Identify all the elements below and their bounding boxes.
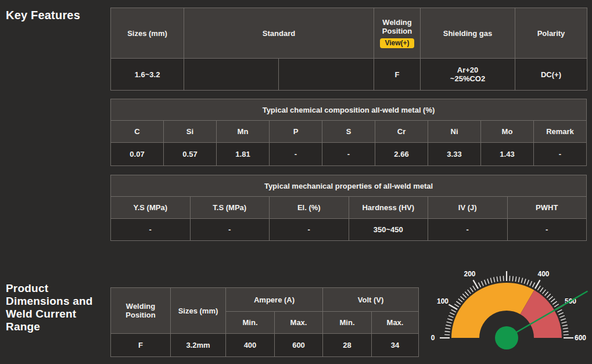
table-header-row: Y.S (MPa) T.S (MPa) El. (%) Hardness (HV… xyxy=(111,197,587,219)
gauge-tick-label: 600 xyxy=(575,334,586,342)
cell-ts: - xyxy=(190,219,270,241)
cell-ni: 3.33 xyxy=(428,143,481,166)
gauge-minor-tick xyxy=(552,301,557,304)
gauge-tick-label: 100 xyxy=(437,297,449,305)
cell-el: - xyxy=(270,219,349,241)
view-button[interactable]: View(+) xyxy=(380,38,414,48)
col-header-welding-position: Welding Position View(+) xyxy=(374,8,421,59)
col-header-polarity: Polarity xyxy=(515,8,587,59)
mechanical-properties-table: Typical mechanical properties of all-wel… xyxy=(110,175,587,241)
gauge-minor-tick xyxy=(524,279,526,284)
gauge-minor-tick xyxy=(521,278,522,283)
col-header-cr: Cr xyxy=(375,121,428,143)
gauge-minor-tick xyxy=(458,299,462,302)
cell-volt-min: 28 xyxy=(323,334,372,357)
gauge-minor-tick xyxy=(563,328,568,329)
gauge-minor-tick xyxy=(446,325,451,326)
col-header-si: Si xyxy=(164,121,217,143)
col-header-shielding-gas: Shielding gas xyxy=(421,8,515,59)
gauge-minor-tick xyxy=(527,280,529,284)
col-header-volt: Volt (V) xyxy=(323,288,419,312)
col-header-volt-max: Max. xyxy=(372,312,419,334)
cell-cr: 2.66 xyxy=(375,143,428,166)
col-header-iv: IV (J) xyxy=(428,197,508,219)
col-header-hardness: Hardness (HV) xyxy=(349,197,428,219)
gauge-minor-tick xyxy=(447,322,452,323)
col-header-ampere-max: Max. xyxy=(275,312,323,334)
welding-position-label: Welding Position xyxy=(376,18,418,35)
gauge-tick-label: 200 xyxy=(464,270,475,278)
cell-mn: 1.81 xyxy=(217,143,270,166)
gauge-minor-tick xyxy=(485,280,486,284)
cell-iv: - xyxy=(428,219,508,241)
gauge-minor-tick xyxy=(456,301,460,304)
gauge-minor-tick xyxy=(545,291,548,295)
cell-shielding-gas: Ar+20 ~25%CO2 xyxy=(421,59,515,91)
gauge-minor-tick xyxy=(512,276,513,282)
gauge-tick-label: 0 xyxy=(431,334,435,342)
gauge-minor-tick xyxy=(551,299,555,302)
gauge-minor-tick xyxy=(562,322,567,323)
cell-standard-2 xyxy=(279,59,374,91)
gauge-minor-tick xyxy=(537,286,540,290)
gauge-minor-tick xyxy=(481,281,483,286)
col-header-remark: Remark xyxy=(534,121,587,143)
gauge-minor-tick xyxy=(450,312,454,315)
cell-c: 0.07 xyxy=(111,143,164,166)
col-header-el: El. (%) xyxy=(270,197,349,219)
ampere-gauge-svg: 0100200400500600 xyxy=(423,254,592,364)
section-title-key-features: Key Features xyxy=(6,9,80,22)
gauge-minor-tick xyxy=(449,316,453,318)
cell-pwht: - xyxy=(507,219,587,241)
gauge-minor-tick xyxy=(540,287,543,291)
gauge-tick-label: 400 xyxy=(537,270,549,278)
gauge-minor-tick xyxy=(454,304,459,307)
gauge-minor-tick xyxy=(487,279,489,284)
gauge-minor-tick xyxy=(530,281,532,286)
gauge-minor-tick xyxy=(549,296,553,300)
gauge-minor-tick xyxy=(515,276,516,282)
col-header-ampere-min: Min. xyxy=(226,312,275,334)
gauge-minor-tick xyxy=(500,276,501,282)
gauge-minor-tick xyxy=(473,286,476,290)
table-row: - - - 350~450 - - xyxy=(111,219,587,241)
weld-current-range-table: Welding Position Sizes (mm) Ampere (A) V… xyxy=(110,287,419,357)
section-title-product-dimensions: Product Dimensions and Weld Current Rang… xyxy=(6,282,99,333)
gauge-minor-tick xyxy=(543,290,546,294)
col-header-ys: Y.S (MPa) xyxy=(111,197,191,219)
cell-sizes: 3.2mm xyxy=(171,334,226,357)
col-header-welding-position: Welding Position xyxy=(111,288,171,334)
cell-ampere-min: 400 xyxy=(226,334,275,357)
gauge-minor-tick xyxy=(554,304,559,307)
col-header-mo: Mo xyxy=(481,121,534,143)
cell-si: 0.57 xyxy=(164,143,217,166)
cell-welding-position: F xyxy=(111,334,171,357)
gauge-minor-tick xyxy=(518,277,519,282)
gauge-minor-tick xyxy=(470,287,473,291)
gauge-minor-tick xyxy=(561,319,566,320)
gauge-minor-tick xyxy=(532,283,534,287)
col-header-ts: T.S (MPa) xyxy=(190,197,270,219)
col-header-ampere: Ampere (A) xyxy=(226,288,323,312)
gauge-minor-tick xyxy=(557,309,562,312)
cell-volt-max: 34 xyxy=(372,334,419,357)
cell-s: - xyxy=(322,143,375,166)
gauge-minor-tick xyxy=(465,291,468,295)
col-header-sizes: Sizes (mm) xyxy=(171,288,226,334)
key-spec-table: Sizes (mm) Standard Welding Position Vie… xyxy=(110,8,587,91)
col-header-standard: Standard xyxy=(184,8,374,59)
col-header-ni: Ni xyxy=(428,121,481,143)
chemical-table-title: Typical chemical composition all-weld me… xyxy=(111,99,587,121)
cell-polarity: DC(+) xyxy=(515,59,587,91)
mechanical-table-title: Typical mechanical properties of all-wel… xyxy=(111,175,587,197)
gauge-minor-tick xyxy=(460,296,464,300)
col-header-s: S xyxy=(322,121,375,143)
gauge-minor-tick xyxy=(559,312,564,315)
gauge-minor-tick xyxy=(494,277,495,282)
col-header-volt-min: Min. xyxy=(323,312,372,334)
table-row: 0.07 0.57 1.81 - - 2.66 3.33 1.43 - xyxy=(111,143,587,166)
col-header-mn: Mn xyxy=(217,121,270,143)
table-row: 1.6~3.2 F Ar+20 ~25%CO2 DC(+) xyxy=(111,59,587,91)
col-header-c: C xyxy=(111,121,164,143)
gauge-minor-tick xyxy=(451,309,456,312)
